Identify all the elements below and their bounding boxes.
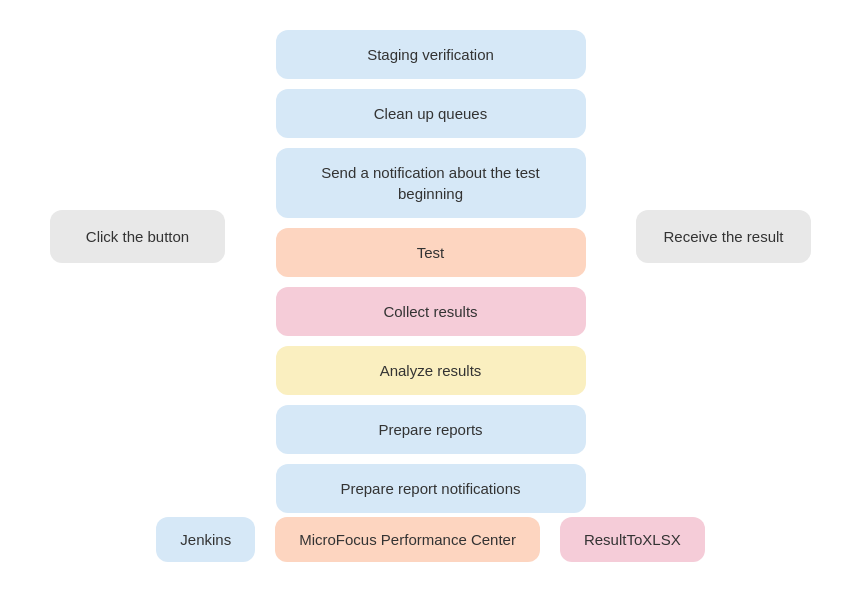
test-card[interactable]: Test <box>276 228 586 277</box>
jenkins-label: Jenkins <box>180 531 231 548</box>
receive-the-result-card[interactable]: Receive the result <box>636 210 811 263</box>
microfocus-card[interactable]: MicroFocus Performance Center <box>275 517 540 562</box>
send-notification-label: Send a notification about the test begin… <box>321 164 540 202</box>
resulttoxlsx-label: ResultToXLSX <box>584 531 681 548</box>
send-notification-card[interactable]: Send a notification about the test begin… <box>276 148 586 218</box>
test-label: Test <box>417 244 445 261</box>
resulttoxlsx-card[interactable]: ResultToXLSX <box>560 517 705 562</box>
analyze-results-card[interactable]: Analyze results <box>276 346 586 395</box>
clean-up-queues-label: Clean up queues <box>374 105 487 122</box>
prepare-reports-label: Prepare reports <box>378 421 482 438</box>
click-the-button-card[interactable]: Click the button <box>50 210 225 263</box>
staging-verification-label: Staging verification <box>367 46 494 63</box>
click-the-button-label: Click the button <box>86 228 189 245</box>
prepare-report-notifications-label: Prepare report notifications <box>340 480 520 497</box>
analyze-results-label: Analyze results <box>380 362 482 379</box>
prepare-report-notifications-card[interactable]: Prepare report notifications <box>276 464 586 513</box>
staging-verification-card[interactable]: Staging verification <box>276 30 586 79</box>
center-column: Staging verification Clean up queues Sen… <box>276 30 586 513</box>
collect-results-card[interactable]: Collect results <box>276 287 586 336</box>
clean-up-queues-card[interactable]: Clean up queues <box>276 89 586 138</box>
bottom-row: Jenkins MicroFocus Performance Center Re… <box>0 517 861 562</box>
collect-results-label: Collect results <box>383 303 477 320</box>
receive-the-result-label: Receive the result <box>663 228 783 245</box>
jenkins-card[interactable]: Jenkins <box>156 517 255 562</box>
microfocus-label: MicroFocus Performance Center <box>299 531 516 548</box>
prepare-reports-card[interactable]: Prepare reports <box>276 405 586 454</box>
